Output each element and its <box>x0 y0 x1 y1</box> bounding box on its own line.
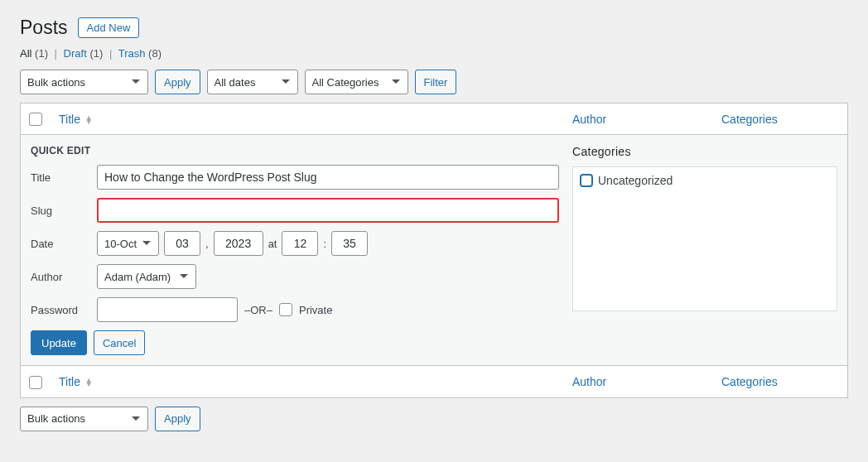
uncategorized-label: Uncategorized <box>598 174 673 187</box>
at-label: at <box>268 238 277 250</box>
slug-label: Slug <box>31 205 97 217</box>
uncategorized-checkbox[interactable] <box>580 174 593 187</box>
bulk-actions-select-bottom[interactable]: Bulk actions <box>20 407 148 431</box>
add-new-button[interactable]: Add New <box>78 17 140 38</box>
categories-checklist[interactable]: Uncategorized <box>572 166 837 311</box>
password-input[interactable] <box>97 297 238 322</box>
column-author-footer[interactable]: Author <box>564 366 713 397</box>
column-title-footer[interactable]: Title ▲▼ <box>51 366 564 397</box>
page-title: Posts <box>20 17 68 39</box>
filter-trash[interactable]: Trash (8) <box>118 47 162 60</box>
day-input[interactable] <box>164 231 200 256</box>
hour-input[interactable] <box>282 231 318 256</box>
author-select[interactable]: Adam (Adam) <box>97 264 196 289</box>
title-label: Title <box>31 171 97 184</box>
apply-bulk-button-top[interactable]: Apply <box>155 70 200 94</box>
apply-bulk-button-bottom[interactable]: Apply <box>155 407 200 431</box>
sort-icon: ▲▼ <box>85 378 93 387</box>
tablenav-top: Bulk actions Apply All dates All Categor… <box>20 70 848 94</box>
title-input[interactable] <box>97 165 559 190</box>
tablenav-bottom: Bulk actions Apply <box>20 407 848 431</box>
filter-all[interactable]: All (1) <box>20 47 48 60</box>
select-all-top-checkbox[interactable] <box>29 113 42 126</box>
cancel-button[interactable]: Cancel <box>94 330 145 355</box>
date-label: Date <box>31 238 97 250</box>
minute-input[interactable] <box>331 231 368 256</box>
column-title-header[interactable]: Title ▲▼ <box>51 103 564 135</box>
password-label: Password <box>31 304 97 316</box>
date-filter-select[interactable]: All dates <box>207 70 298 94</box>
update-button[interactable]: Update <box>31 330 87 355</box>
quick-edit-heading: QUICK EDIT <box>31 145 559 156</box>
category-filter-select[interactable]: All Categories <box>305 70 408 94</box>
column-categories-header[interactable]: Categories <box>713 103 848 135</box>
year-input[interactable] <box>214 231 263 256</box>
comma-label: , <box>205 238 209 250</box>
quick-edit-row: QUICK EDIT Title Slug Date 10 <box>21 135 848 366</box>
categories-heading: Categories <box>572 145 837 158</box>
private-checkbox[interactable] <box>279 303 292 316</box>
column-author-header[interactable]: Author <box>564 103 713 135</box>
category-item-uncategorized[interactable]: Uncategorized <box>580 174 830 187</box>
post-status-filters: All (1) | Draft (1) | Trash (8) <box>20 47 848 60</box>
colon-label: : <box>323 238 326 250</box>
select-all-bottom-checkbox[interactable] <box>29 376 42 389</box>
column-categories-footer[interactable]: Categories <box>713 366 848 397</box>
private-label: Private <box>299 304 332 316</box>
author-label: Author <box>31 271 97 283</box>
bulk-actions-select-top[interactable]: Bulk actions <box>20 70 148 94</box>
or-label: –OR– <box>244 304 272 316</box>
month-select[interactable]: 10-Oct <box>97 231 159 256</box>
slug-input[interactable] <box>97 198 559 223</box>
filter-draft[interactable]: Draft (1) <box>64 47 104 60</box>
filter-button[interactable]: Filter <box>415 70 457 94</box>
posts-table: Title ▲▼ Author Categories QUICK EDIT Ti… <box>20 103 848 398</box>
sort-icon: ▲▼ <box>85 116 93 124</box>
